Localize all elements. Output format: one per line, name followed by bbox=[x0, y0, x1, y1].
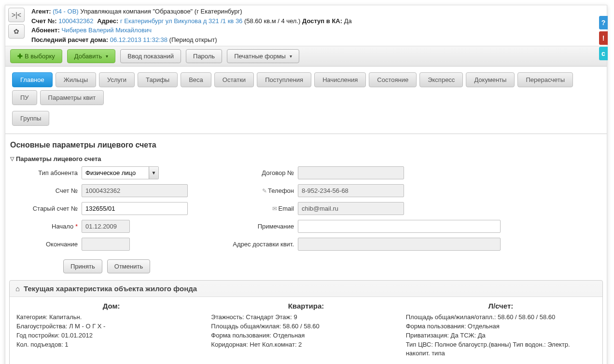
home-icon: ⌂ bbox=[15, 284, 20, 293]
chevron-down-icon: ▾ bbox=[106, 54, 108, 59]
phone-field[interactable] bbox=[298, 184, 404, 197]
section-title: Основные параметры лицевого счета bbox=[5, 134, 607, 154]
tab-документы[interactable]: Документы bbox=[466, 72, 515, 87]
plus-icon: ✚ bbox=[17, 53, 23, 60]
start-field[interactable] bbox=[82, 220, 130, 233]
cancel-button[interactable]: Отменить bbox=[107, 259, 150, 273]
tab-начисления[interactable]: Начисления bbox=[314, 72, 366, 87]
mail-icon: ✉ bbox=[272, 205, 277, 212]
side-tab-alert[interactable]: ! bbox=[599, 31, 608, 45]
delivery-label: Адрес доставки квит. bbox=[226, 241, 294, 248]
tab-тарифы[interactable]: Тарифы bbox=[138, 72, 178, 87]
end-field[interactable] bbox=[82, 238, 130, 251]
characteristics-panel: ⌂ Текущая характеристика объекта жилого … bbox=[9, 280, 603, 364]
fieldset-toggle[interactable]: ▽ Параметры лицевого счета bbox=[5, 154, 607, 166]
subscriber-label: Абонент: bbox=[31, 27, 60, 34]
account-no-link[interactable]: 1000432362 bbox=[58, 17, 93, 25]
submit-button[interactable]: Принять bbox=[63, 259, 102, 273]
chevron-down-icon: ▾ bbox=[290, 54, 292, 59]
toolbar: ✚В выборку Добавить▾ Ввод показаний Паро… bbox=[5, 46, 607, 67]
account-column: Л/счет: Площадь общая/жилая/отапл.: 58.6… bbox=[406, 302, 596, 358]
phone-label: ✎Телефон bbox=[226, 187, 294, 194]
old-account-field[interactable] bbox=[82, 202, 188, 215]
tab-параметры квит[interactable]: Параметры квит bbox=[40, 90, 104, 105]
area-info: (58.60 кв.м / 4 чел.) bbox=[244, 17, 302, 25]
to-selection-button[interactable]: ✚В выборку bbox=[10, 49, 62, 63]
access-label: Доступ в КА: bbox=[302, 17, 342, 25]
agent-label: Агент: bbox=[31, 8, 51, 15]
tab-перерасчеты[interactable]: Перерасчеты bbox=[517, 72, 573, 87]
header-info: Агент: (54 - ОВ) Управляющая компания "О… bbox=[28, 5, 607, 46]
email-field[interactable] bbox=[298, 202, 404, 215]
tab-пу[interactable]: ПУ bbox=[12, 90, 37, 105]
collapse-icon[interactable]: >|< bbox=[8, 8, 25, 22]
tab-остатки[interactable]: Остатки bbox=[214, 72, 254, 87]
contract-label: Договор № bbox=[226, 169, 294, 176]
tab-состояние[interactable]: Состояние bbox=[369, 72, 417, 87]
side-tab-help[interactable]: ? bbox=[599, 16, 608, 29]
start-label: Начало * bbox=[10, 223, 78, 230]
tab-жильцы[interactable]: Жильцы bbox=[56, 72, 96, 87]
note-label: Примечание bbox=[226, 223, 294, 230]
side-tabs: ? ! c bbox=[599, 16, 608, 60]
subscriber-link[interactable]: Чибирев Валерий Михайлович bbox=[61, 27, 152, 34]
tab-группы[interactable]: Группы bbox=[12, 111, 49, 126]
tab-экспресс[interactable]: Экспресс bbox=[419, 72, 463, 87]
type-select[interactable] bbox=[82, 166, 159, 179]
last-calc-suffix: (Период открыт) bbox=[169, 36, 217, 43]
print-forms-button[interactable]: Печатные формы▾ bbox=[227, 49, 299, 63]
email-label: ✉Email bbox=[226, 205, 294, 212]
account-no-label: Счет №: bbox=[31, 17, 57, 25]
account-field-label: Счет № bbox=[10, 187, 78, 194]
add-button[interactable]: Добавить▾ bbox=[67, 49, 115, 63]
tabs-row: ГлавноеЖильцыУслугиТарифыВесаОстаткиПост… bbox=[12, 72, 600, 126]
readings-button[interactable]: Ввод показаний bbox=[120, 49, 181, 63]
panel-title: Текущая характеристика объекта жилого фо… bbox=[24, 284, 197, 293]
tab-поступления[interactable]: Поступления bbox=[257, 72, 311, 87]
last-calc-link[interactable]: 06.12.2013 11:32:38 bbox=[110, 36, 167, 43]
flat-column: Квартира: Этажность: Стандарт Этаж: 9Пло… bbox=[211, 302, 401, 358]
address-label: Адрес: bbox=[97, 17, 118, 25]
triangle-down-icon: ▽ bbox=[10, 156, 14, 162]
delivery-field[interactable] bbox=[298, 238, 501, 251]
side-tab-chat[interactable]: c bbox=[599, 47, 608, 60]
pencil-icon: ✎ bbox=[262, 188, 267, 194]
account-field bbox=[82, 184, 188, 197]
address-link[interactable]: г Екатеринбург ул Викулова д 321 /1 кв 3… bbox=[120, 17, 242, 25]
password-button[interactable]: Пароль bbox=[186, 49, 222, 63]
house-column: Дом: Категория: Капитальн.Благоустройств… bbox=[16, 302, 206, 358]
contract-field[interactable] bbox=[298, 166, 404, 179]
tab-главное[interactable]: Главное bbox=[12, 72, 53, 87]
end-label: Окончание bbox=[10, 241, 78, 248]
type-label: Тип абонента bbox=[10, 169, 78, 176]
note-field[interactable] bbox=[298, 220, 501, 233]
tab-веса[interactable]: Веса bbox=[181, 72, 211, 87]
tab-услуги[interactable]: Услуги bbox=[99, 72, 135, 87]
last-calc-label: Последний расчет дома: bbox=[31, 36, 108, 43]
agent-code-link[interactable]: (54 - ОВ) bbox=[53, 8, 78, 15]
old-account-label: Старый счет № bbox=[10, 205, 78, 212]
agent-name: Управляющая компания "Образцовое" (г Ека… bbox=[80, 8, 242, 15]
access-value: Да bbox=[344, 17, 352, 25]
gear-icon[interactable]: ✿ bbox=[8, 24, 25, 39]
